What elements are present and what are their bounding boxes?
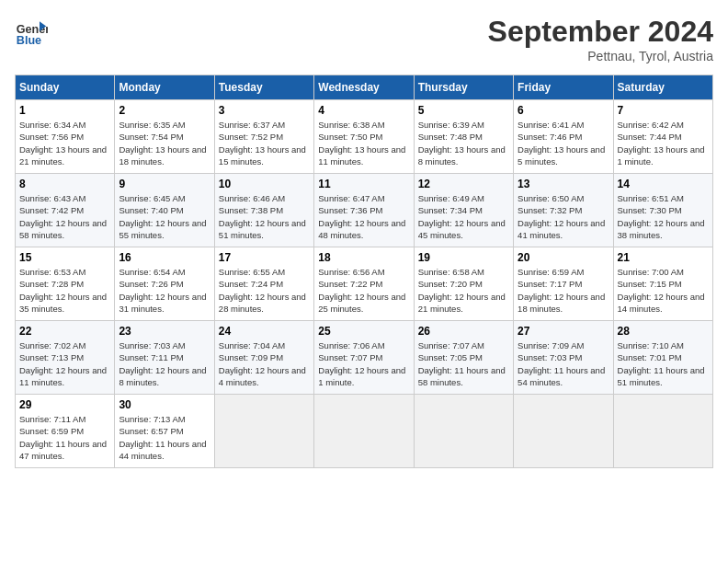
calendar-day-empty: [214, 395, 313, 468]
day-number: 20: [518, 251, 609, 264]
col-header-monday: Monday: [115, 75, 214, 100]
page-header: General Blue September 2024 Pettnau, Tyr…: [15, 15, 713, 63]
day-info: Sunrise: 6:34 AMSunset: 7:56 PMDaylight:…: [19, 119, 110, 167]
day-info: Sunrise: 7:11 AMSunset: 6:59 PMDaylight:…: [19, 413, 110, 462]
calendar-day-26: 26Sunrise: 7:07 AMSunset: 7:05 PMDayligh…: [414, 321, 513, 395]
calendar-day-8: 8Sunrise: 6:43 AMSunset: 7:42 PMDaylight…: [16, 174, 115, 247]
day-info: Sunrise: 6:37 AMSunset: 7:52 PMDaylight:…: [219, 119, 310, 167]
calendar-day-3: 3Sunrise: 6:37 AMSunset: 7:52 PMDaylight…: [214, 100, 313, 174]
day-number: 24: [219, 325, 310, 338]
day-number: 5: [418, 104, 509, 117]
calendar-day-4: 4Sunrise: 6:38 AMSunset: 7:50 PMDaylight…: [314, 100, 414, 174]
calendar-body: 1Sunrise: 6:34 AMSunset: 7:56 PMDaylight…: [16, 100, 713, 468]
day-number: 25: [318, 325, 409, 338]
day-number: 15: [19, 251, 110, 264]
calendar-day-10: 10Sunrise: 6:46 AMSunset: 7:38 PMDayligh…: [214, 174, 313, 247]
day-number: 7: [618, 104, 709, 117]
day-number: 19: [418, 251, 509, 264]
calendar-day-21: 21Sunrise: 7:00 AMSunset: 7:15 PMDayligh…: [613, 247, 712, 321]
calendar-day-28: 28Sunrise: 7:10 AMSunset: 7:01 PMDayligh…: [613, 321, 712, 395]
day-info: Sunrise: 6:42 AMSunset: 7:44 PMDaylight:…: [618, 119, 709, 167]
svg-text:Blue: Blue: [17, 34, 41, 47]
calendar-header-row: SundayMondayTuesdayWednesdayThursdayFrid…: [16, 75, 713, 100]
calendar-day-empty: [314, 395, 414, 468]
calendar-day-23: 23Sunrise: 7:03 AMSunset: 7:11 PMDayligh…: [115, 321, 214, 395]
day-info: Sunrise: 7:09 AMSunset: 7:03 PMDaylight:…: [518, 339, 609, 388]
day-info: Sunrise: 6:51 AMSunset: 7:30 PMDaylight:…: [618, 192, 709, 241]
day-number: 9: [119, 178, 210, 190]
day-info: Sunrise: 7:10 AMSunset: 7:01 PMDaylight:…: [618, 339, 709, 388]
day-number: 12: [418, 178, 509, 190]
calendar-day-24: 24Sunrise: 7:04 AMSunset: 7:09 PMDayligh…: [214, 321, 313, 395]
day-info: Sunrise: 6:54 AMSunset: 7:26 PMDaylight:…: [119, 266, 210, 315]
day-number: 17: [219, 251, 310, 264]
logo-icon: General Blue: [15, 15, 48, 48]
calendar-day-22: 22Sunrise: 7:02 AMSunset: 7:13 PMDayligh…: [16, 321, 115, 395]
day-info: Sunrise: 6:41 AMSunset: 7:46 PMDaylight:…: [518, 119, 609, 167]
calendar-day-17: 17Sunrise: 6:55 AMSunset: 7:24 PMDayligh…: [214, 247, 313, 321]
day-info: Sunrise: 6:53 AMSunset: 7:28 PMDaylight:…: [19, 266, 110, 315]
day-number: 27: [518, 325, 609, 338]
calendar-day-empty: [613, 395, 712, 468]
calendar-day-29: 29Sunrise: 7:11 AMSunset: 6:59 PMDayligh…: [16, 395, 115, 468]
calendar-day-empty: [414, 395, 513, 468]
day-info: Sunrise: 6:49 AMSunset: 7:34 PMDaylight:…: [418, 192, 509, 241]
day-info: Sunrise: 7:02 AMSunset: 7:13 PMDaylight:…: [19, 339, 110, 388]
calendar-week-5: 29Sunrise: 7:11 AMSunset: 6:59 PMDayligh…: [16, 395, 713, 468]
day-number: 4: [318, 104, 409, 117]
day-info: Sunrise: 6:58 AMSunset: 7:20 PMDaylight:…: [418, 266, 509, 315]
day-info: Sunrise: 7:04 AMSunset: 7:09 PMDaylight:…: [219, 339, 310, 388]
day-number: 29: [19, 398, 110, 411]
day-number: 22: [19, 325, 110, 338]
day-number: 26: [418, 325, 509, 338]
day-number: 28: [618, 325, 709, 338]
calendar-day-11: 11Sunrise: 6:47 AMSunset: 7:36 PMDayligh…: [314, 174, 414, 247]
day-number: 11: [318, 178, 409, 190]
calendar-week-3: 15Sunrise: 6:53 AMSunset: 7:28 PMDayligh…: [16, 247, 713, 321]
calendar-day-13: 13Sunrise: 6:50 AMSunset: 7:32 PMDayligh…: [514, 174, 613, 247]
calendar-day-16: 16Sunrise: 6:54 AMSunset: 7:26 PMDayligh…: [115, 247, 214, 321]
day-number: 14: [618, 178, 709, 190]
logo: General Blue: [15, 15, 48, 48]
day-info: Sunrise: 6:59 AMSunset: 7:17 PMDaylight:…: [518, 266, 609, 315]
calendar-day-25: 25Sunrise: 7:06 AMSunset: 7:07 PMDayligh…: [314, 321, 414, 395]
day-info: Sunrise: 6:43 AMSunset: 7:42 PMDaylight:…: [19, 192, 110, 241]
calendar-day-5: 5Sunrise: 6:39 AMSunset: 7:48 PMDaylight…: [414, 100, 513, 174]
calendar-day-27: 27Sunrise: 7:09 AMSunset: 7:03 PMDayligh…: [514, 321, 613, 395]
col-header-thursday: Thursday: [414, 75, 513, 100]
title-block: September 2024 Pettnau, Tyrol, Austria: [488, 15, 713, 63]
day-number: 8: [19, 178, 110, 190]
day-info: Sunrise: 6:45 AMSunset: 7:40 PMDaylight:…: [119, 192, 210, 241]
day-number: 23: [119, 325, 210, 338]
col-header-sunday: Sunday: [16, 75, 115, 100]
calendar-day-30: 30Sunrise: 7:13 AMSunset: 6:57 PMDayligh…: [115, 395, 214, 468]
calendar-day-19: 19Sunrise: 6:58 AMSunset: 7:20 PMDayligh…: [414, 247, 513, 321]
calendar-day-7: 7Sunrise: 6:42 AMSunset: 7:44 PMDaylight…: [613, 100, 712, 174]
col-header-tuesday: Tuesday: [214, 75, 313, 100]
day-info: Sunrise: 6:39 AMSunset: 7:48 PMDaylight:…: [418, 119, 509, 167]
day-info: Sunrise: 7:13 AMSunset: 6:57 PMDaylight:…: [119, 413, 210, 462]
month-title: September 2024: [488, 15, 713, 49]
day-info: Sunrise: 7:07 AMSunset: 7:05 PMDaylight:…: [418, 339, 509, 388]
day-number: 10: [219, 178, 310, 190]
calendar-day-1: 1Sunrise: 6:34 AMSunset: 7:56 PMDaylight…: [16, 100, 115, 174]
calendar-day-20: 20Sunrise: 6:59 AMSunset: 7:17 PMDayligh…: [514, 247, 613, 321]
calendar-day-14: 14Sunrise: 6:51 AMSunset: 7:30 PMDayligh…: [613, 174, 712, 247]
calendar-week-4: 22Sunrise: 7:02 AMSunset: 7:13 PMDayligh…: [16, 321, 713, 395]
day-number: 6: [518, 104, 609, 117]
day-number: 30: [119, 398, 210, 411]
day-number: 13: [518, 178, 609, 190]
day-number: 21: [618, 251, 709, 264]
location-subtitle: Pettnau, Tyrol, Austria: [488, 49, 713, 63]
day-number: 18: [318, 251, 409, 264]
calendar-day-empty: [514, 395, 613, 468]
day-info: Sunrise: 6:38 AMSunset: 7:50 PMDaylight:…: [318, 119, 409, 167]
col-header-wednesday: Wednesday: [314, 75, 414, 100]
calendar-week-1: 1Sunrise: 6:34 AMSunset: 7:56 PMDaylight…: [16, 100, 713, 174]
day-info: Sunrise: 7:06 AMSunset: 7:07 PMDaylight:…: [318, 339, 409, 388]
day-info: Sunrise: 6:46 AMSunset: 7:38 PMDaylight:…: [219, 192, 310, 241]
day-info: Sunrise: 6:35 AMSunset: 7:54 PMDaylight:…: [119, 119, 210, 167]
day-info: Sunrise: 6:56 AMSunset: 7:22 PMDaylight:…: [318, 266, 409, 315]
calendar-day-6: 6Sunrise: 6:41 AMSunset: 7:46 PMDaylight…: [514, 100, 613, 174]
calendar-day-2: 2Sunrise: 6:35 AMSunset: 7:54 PMDaylight…: [115, 100, 214, 174]
